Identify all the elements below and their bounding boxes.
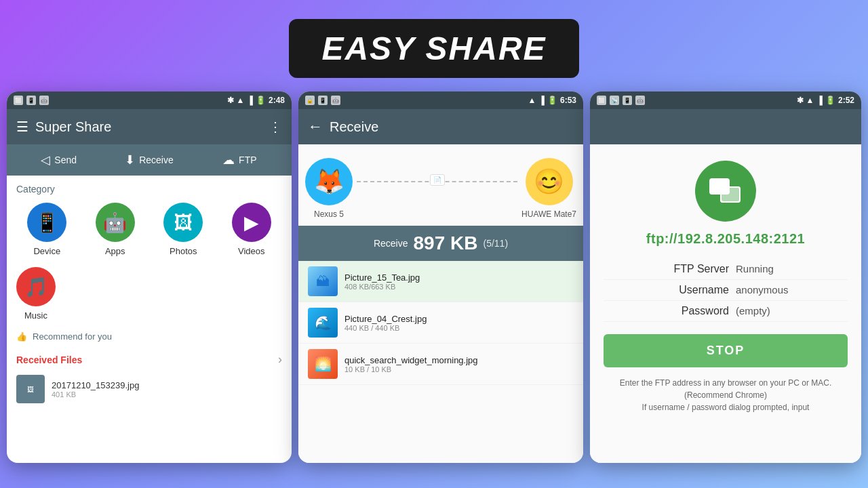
ftp-button[interactable]: ☁ FTP [195,150,285,170]
banner-text: EASY SHARE [321,30,546,67]
category-videos[interactable]: ▶ Videos [221,203,283,256]
ftp-note: Enter the FTP address in any browser on … [604,377,848,413]
wifi-icon: ▲ [237,96,245,105]
phone2: 🔒 📱 🤖 ▲ ▐ 🔋 6:53 ← Receive 🦊 Nexus 5 [298,92,583,463]
ftp-note-3: If username / password dialog prompted, … [642,403,810,412]
chevron-right-icon[interactable]: › [278,352,282,367]
music-row: 🎵 Music [7,267,292,321]
file-list-item: 🌅 quick_search_widget_morning.jpg 10 KB … [298,344,583,385]
phone2-phone-icon: 📱 [318,96,328,105]
from-device-node: 🦊 Nexus 5 [305,158,353,219]
file-list-item: 🌊 Picture_04_Crest.jpg 440 KB / 440 KB [298,302,583,344]
file-name-2: quick_search_widget_morning.jpg [344,355,574,365]
videos-label: Videos [238,246,265,256]
phone3-battery-icon: 🔋 [825,96,835,105]
phone3-content: ftp://192.8.205.148:2121 FTP Server Runn… [590,144,861,463]
phone2-right-icons: ▲ ▐ 🔋 6:53 [528,96,576,105]
file-name-0: Picture_15_Tea.jpg [344,272,574,283]
file-list-info-0: Picture_15_Tea.jpg 408 KB/663 KB [344,272,574,291]
phone1-time: 2:48 [269,96,285,105]
transfer-visual: 🦊 Nexus 5 📄 😊 HUAWE Mate7 [298,144,583,226]
phone3-left-icons: ⬜ 📡 📱 🤖 [597,96,645,105]
phone2-app-bar: ← Receive [298,109,583,144]
phone2-signal-icon: ▐ [538,96,545,105]
phone2-time: 6:53 [560,96,576,105]
ftp-server-value: Running [736,263,790,274]
file-size-2: 10 KB / 10 KB [344,365,574,373]
received-file-info: 20171210_153239.jpg 401 KB [52,380,139,399]
to-device-avatar: 😊 [526,158,573,205]
phone-icon: 📱 [26,96,36,105]
phone3-time: 2:52 [838,96,854,105]
file-name-1: Picture_04_Crest.jpg [344,314,574,324]
stop-button[interactable]: STOP [604,334,848,367]
ftp-server-label: FTP Server [661,263,729,275]
send-button[interactable]: ◁ Send [14,150,104,170]
phone3-phone-icon: 📱 [623,96,632,105]
file-icon-tea: 🏔 [308,266,338,296]
category-music[interactable]: 🎵 Music [16,267,56,321]
music-icon-circle: 🎵 [16,267,56,306]
ftp-label: FTP [239,155,256,165]
android-icon: 🤖 [39,96,49,105]
more-icon[interactable]: ⋮ [269,119,282,135]
ftp-server-row: FTP Server Running [604,259,848,280]
receive-progress-bar: Receive 897 KB (5/11) [298,226,583,261]
receive-label: Receive [139,155,174,165]
hamburger-icon[interactable]: ☰ [16,119,28,135]
phone3-cast-icon: 📡 [610,96,619,105]
phone1-app-bar: ☰ Super Share ⋮ [7,109,292,144]
received-files-header: Received Files › [7,347,292,371]
phone2-left-icons: 🔒 📱 🤖 [305,96,340,105]
category-section: Category 📱 Device 🤖 Apps 🖼 Photos ▶ Vide… [7,176,292,267]
recommend-text: Recommend for you [33,331,112,342]
ftp-info-table: FTP Server Running Username anonymous Pa… [604,259,848,322]
file-icon-crest: 🌊 [308,308,338,338]
receive-count: (5/11) [483,238,508,249]
file-list-info-2: quick_search_widget_morning.jpg 10 KB / … [344,355,574,373]
phone3-wifi-icon: ▲ [806,96,814,105]
category-photos[interactable]: 🖼 Photos [153,203,214,256]
signal-icon: ▐ [247,96,253,105]
bluetooth-icon: ✱ [227,96,234,105]
device-icon-circle: 📱 [27,203,66,242]
phone3-screen-icon: ⬜ [597,96,606,105]
ftp-username-value: anonymous [736,284,790,296]
back-icon[interactable]: ← [308,118,323,136]
ftp-username-label: Username [661,284,729,296]
phone2-android-icon: 🤖 [331,96,340,105]
category-apps[interactable]: 🤖 Apps [85,203,146,256]
phone1-title: Super Share [35,119,262,135]
category-device[interactable]: 📱 Device [16,203,78,256]
videos-icon-circle: ▶ [232,203,271,242]
receive-icon: ⬇ [125,152,135,167]
ftp-icon-circle [695,161,756,222]
file-icon-morning: 🌅 [308,349,338,379]
ftp-password-label: Password [661,305,729,317]
ftp-password-value: (empty) [736,305,790,317]
phone2-title: Receive [330,119,574,135]
phone3-bluetooth-icon: ✱ [797,96,804,105]
receive-button[interactable]: ⬇ Receive [104,150,194,170]
phone1-action-row: ◁ Send ⬇ Receive ☁ FTP [7,144,292,176]
phone3-app-bar [590,109,861,144]
file-size-1: 440 KB / 440 KB [344,324,574,332]
ftp-url: ftp://192.8.205.148:2121 [646,231,805,247]
svg-rect-2 [721,187,740,202]
category-grid: 📱 Device 🤖 Apps 🖼 Photos ▶ Videos [16,203,282,256]
phone1: ⬜ 📱 🤖 ✱ ▲ ▐ 🔋 2:48 ☰ Super Share ⋮ ◁ Sen… [7,92,292,463]
recommend-icon: 👍 [16,331,27,342]
phone3-status-bar: ⬜ 📡 📱 🤖 ✱ ▲ ▐ 🔋 2:52 [590,92,861,109]
music-label: Music [24,310,47,321]
screen-icon: ⬜ [14,96,23,105]
received-file-name: 20171210_153239.jpg [52,380,139,390]
lock-icon: 🔒 [305,96,315,105]
banner: EASY SHARE [289,19,578,78]
phone2-status-bar: 🔒 📱 🤖 ▲ ▐ 🔋 6:53 [298,92,583,109]
send-label: Send [54,155,77,165]
recommend-row[interactable]: 👍 Recommend for you [7,326,292,347]
phone3-android-icon: 🤖 [635,96,645,105]
send-icon: ◁ [41,152,50,167]
ftp-note-1: Enter the FTP address in any browser on … [620,378,809,388]
battery-icon: 🔋 [256,96,266,105]
